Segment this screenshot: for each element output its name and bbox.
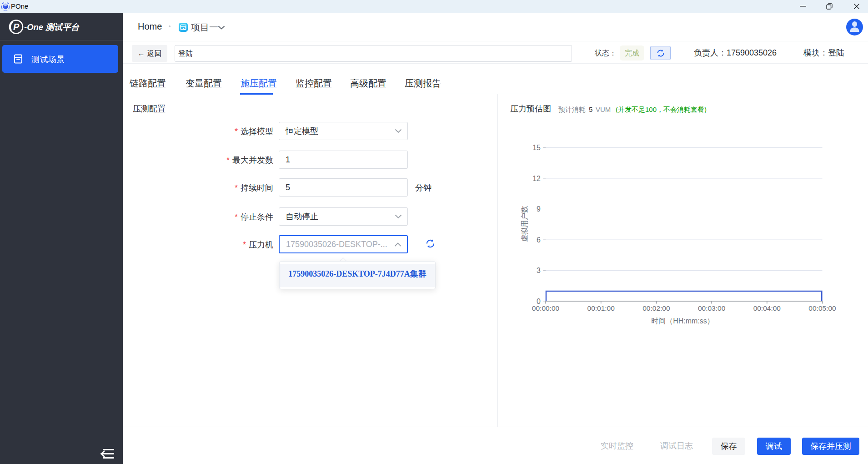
svg-text:P: P (13, 22, 20, 32)
svg-text:00:03:00: 00:03:00 (698, 304, 726, 312)
svg-text:虚拟用户数: 虚拟用户数 (521, 206, 528, 242)
svg-text:00:05:00: 00:05:00 (808, 304, 836, 312)
svg-text:-One 测试平台: -One 测试平台 (24, 22, 80, 32)
svg-text:00:01:00: 00:01:00 (587, 304, 615, 312)
svg-text:00:02:00: 00:02:00 (642, 304, 670, 312)
svg-text:时间（HH:mm:ss）: 时间（HH:mm:ss） (651, 317, 714, 325)
svg-text:3: 3 (537, 267, 541, 274)
svg-text:6: 6 (537, 236, 541, 244)
svg-text:15: 15 (532, 144, 541, 151)
svg-text:9: 9 (537, 205, 541, 213)
svg-text:12: 12 (532, 175, 541, 182)
svg-text:00:04:00: 00:04:00 (753, 304, 781, 312)
svg-text:00:00:00: 00:00:00 (532, 304, 560, 312)
